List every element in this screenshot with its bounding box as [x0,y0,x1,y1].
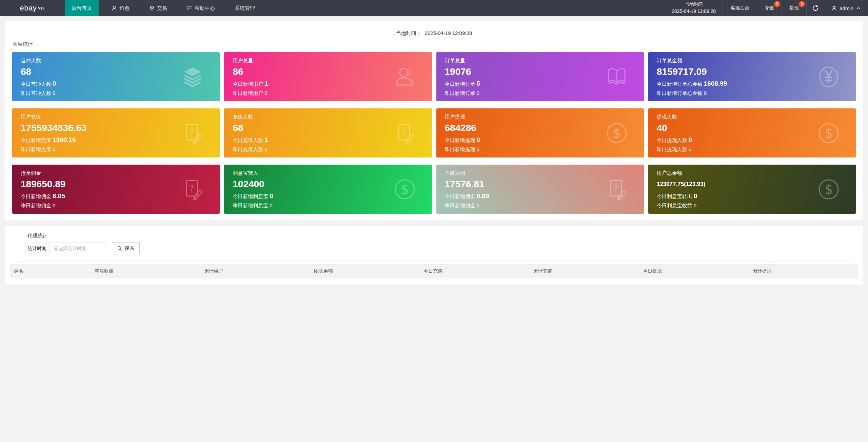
stat-card-yesterday-line: 昨日新增订单总金额0 [657,90,847,97]
stat-card-title: 利息宝转入 [233,170,423,176]
user-name: admin [840,5,853,11]
local-time-block: 当地时间 2025-04-19 12:09:28 [665,0,723,16]
navbar-action-2[interactable]: 充值0 [757,0,782,16]
today-value: 0 [477,136,480,143]
table-header-5: 今日充值 [419,265,529,278]
stat-card-yesterday-line: 昨日新增充值0 [21,146,211,153]
today-label: 今日新增订单 [445,81,475,87]
agent-panel: 代理统计 统计时间 搜索 姓名客服数量累计用户团队余额今日充值累计充值今日提现累… [5,226,863,285]
dollar-icon [606,122,628,144]
stat-card-title: 订单总金额 [657,58,847,64]
nav-item-2[interactable]: 角色 [105,0,136,16]
stat-card-5: 用户充值1755934836.63今日新增充值1300.15昨日新增充值0 [12,108,220,157]
person-icon [394,66,416,88]
page-time-label: 当地时间： [396,30,421,36]
yesterday-value: 0 [477,146,479,152]
stat-card-yesterday-line: 今日利息宝收益0 [657,203,847,209]
user-icon [112,5,117,11]
yesterday-value: 0 [264,90,267,96]
refresh-button[interactable] [807,0,824,16]
filter-row: 统计时间 搜索 [24,243,851,254]
yesterday-value: 0 [689,146,691,152]
table-header-3: 累计用户 [200,265,310,278]
table-header-7: 今日提现 [639,265,749,278]
yuan-icon [818,66,840,88]
local-time-label: 当地时间 [685,1,703,8]
stat-card-4: 订单总金额8159717.09今日新增订单总金额1608.99昨日新增订单总金额… [648,52,856,101]
today-label: 今日新增用户 [233,81,263,87]
stat-card-6: 充值人数68今日充值人数1昨日充值人数0 [224,108,432,157]
stat-card-title: 用户提现 [445,114,635,120]
navbar-action-1[interactable]: 客服后台 [723,0,757,16]
nav-item-4[interactable]: 帮助中心 [180,0,222,16]
today-label: 今日新增订单总金额 [657,81,703,87]
docedit-icon [182,178,203,200]
today-value: 0 [53,80,56,87]
navbar-right: 当地时间 2025-04-19 12:09:28 客服后台充值0提现0 admi… [665,0,868,16]
today-label: 今日新增利息宝 [233,193,268,199]
local-time-value: 2025-04-19 12:09:28 [672,8,716,15]
table-header-6: 累计充值 [529,265,639,278]
stat-card-yesterday-line: 昨日提现人数0 [657,146,847,153]
stat-card-11: 下级返佣17576.81今日新增佣金0.89昨日新增佣金0 [436,165,644,214]
stat-card-9: 抢单佣金189650.89今日新增佣金8.05昨日新增佣金0 [12,165,220,214]
stat-card-yesterday-line: 昨日新增订单0 [445,90,635,97]
navbar-action-3[interactable]: 提现0 [782,0,806,16]
stat-card-2: 用户总量86今日新增用户1昨日新增用户0 [224,52,432,101]
today-label: 今日首冲人数 [21,81,51,87]
yesterday-value: 0 [53,146,55,152]
app-logo[interactable]: ebay V16 [0,0,64,16]
nav-item-label: 角色 [119,5,130,12]
stat-card-yesterday-line: 昨日新增佣金0 [21,203,211,209]
stat-card-title: 抢单佣金 [21,170,211,176]
flag-icon [187,5,192,11]
stat-card-yesterday-line: 昨日首冲人数0 [21,90,211,97]
today-value: 0 [270,192,273,199]
yesterday-value: 0 [264,146,267,152]
stat-card-title: 用户充值 [21,114,211,120]
nav-item-label: 系统管理 [235,5,255,12]
stat-card-10: 利息宝转入102400今日新增利息宝0昨日新增利息宝0 [224,165,432,214]
yesterday-label: 昨日新增提现 [445,146,475,152]
today-value: 1608.99 [704,80,727,87]
nav-item-5[interactable]: 系统管理 [228,0,262,16]
agent-legend: 代理统计 [24,233,51,239]
navbar-right-items: 客服后台充值0提现0 [723,0,807,16]
today-value: 1300.15 [53,136,76,143]
yesterday-label: 昨日新增充值 [21,146,51,152]
yesterday-value: 0 [704,90,707,96]
search-button-label: 搜索 [125,245,134,251]
stat-card-title: 提现人数 [657,114,847,120]
stats-panel: 当地时间：2025-04-19 12:09:28 商城统计 首冲人数68今日首冲… [5,21,863,220]
docedit-icon [606,178,628,200]
docedit-icon [182,122,203,144]
today-value: 0 [689,136,692,143]
filter-label: 统计时间 [24,243,50,254]
count-badge: 0 [799,1,805,7]
yesterday-value: 0 [694,203,696,208]
today-value: 8.05 [53,192,65,199]
today-value: 0.89 [477,192,489,199]
stats-cards-grid: 首冲人数68今日首冲人数0昨日首冲人数0用户总量86今日新增用户1昨日新增用户0… [5,47,863,214]
agent-table-header-row: 姓名客服数量累计用户团队余额今日充值累计充值今日提现累计提现 [10,265,858,278]
layers-icon [182,66,203,88]
stat-card-yesterday-line: 昨日新增提现0 [445,146,635,153]
stat-card-yesterday-line: 昨日充值人数0 [233,146,423,153]
yesterday-value: 0 [477,203,479,208]
logo-version: V16 [38,6,44,10]
yesterday-label: 昨日新增利息宝 [233,203,268,208]
stat-card-3: 订单总量19076今日新增订单5昨日新增订单0 [436,52,644,101]
stat-card-yesterday-line: 昨日新增用户0 [233,90,423,97]
user-menu[interactable]: admin [824,0,868,16]
search-button[interactable]: 搜索 [112,242,140,254]
today-label: 今日新增充值 [21,137,51,143]
user-icon [832,6,837,11]
nav-item-label: 交易 [157,5,167,12]
stat-time-input[interactable] [50,243,108,254]
today-label: 今日新增提现 [445,137,475,143]
stat-card-title: 用户总量 [233,58,423,64]
stat-card-title: 用户总余额 [657,170,847,176]
nav-item-1[interactable]: 后台首页 [65,0,99,16]
nav-item-3[interactable]: 交易 [142,0,174,16]
yesterday-label: 今日利息宝收益 [657,203,692,208]
